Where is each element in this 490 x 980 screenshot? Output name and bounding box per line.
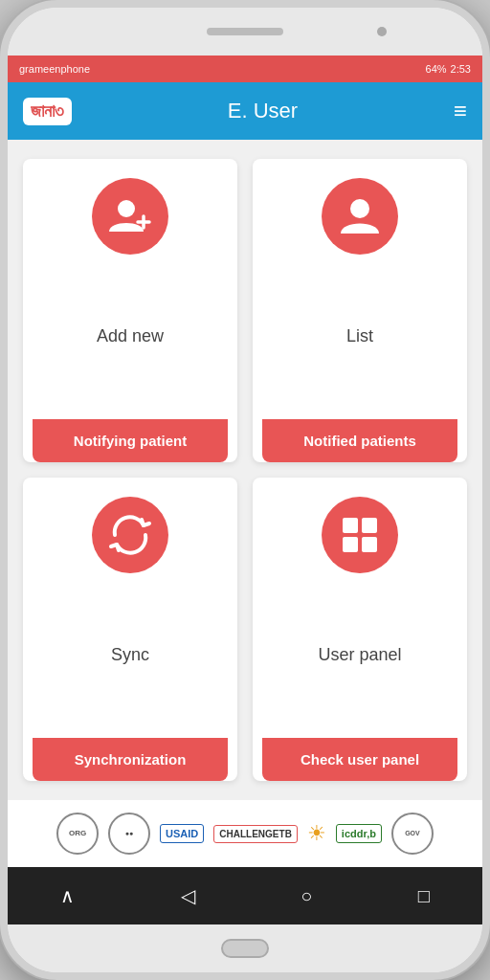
user-icon-circle [322, 178, 398, 255]
card-user-panel-label: User panel [318, 645, 401, 665]
card-list-label: List [346, 326, 373, 346]
phone-frame: grameenphone 64% 2:53 জানা৩ E. User ≡ [0, 0, 490, 980]
logo-gov: GOV [391, 813, 434, 855]
app-header: জানা৩ E. User ≡ [8, 82, 482, 140]
synchronization-button[interactable]: Synchronization [33, 738, 228, 781]
cards-row-2: Sync Synchronization User panel Check us… [23, 478, 467, 781]
svg-point-0 [118, 200, 135, 217]
grid-icon-circle [322, 497, 398, 573]
bottom-nav: ∧ ◁ ○ □ [8, 867, 482, 924]
svg-rect-6 [343, 537, 358, 552]
card-sync[interactable]: Sync Synchronization [23, 478, 237, 781]
logo-org2: ●● [108, 813, 150, 855]
nav-back-icon[interactable]: ◁ [166, 877, 211, 915]
logo-challenge-tb: CHALLENGETB [213, 825, 298, 843]
add-user-icon [107, 193, 153, 239]
card-user-panel[interactable]: User panel Check user panel [253, 478, 467, 781]
sync-icon [107, 512, 153, 558]
check-user-panel-button[interactable]: Check user panel [262, 738, 457, 781]
nav-recent-icon[interactable]: □ [403, 878, 445, 915]
grid-icon [337, 512, 383, 558]
app-title: E. User [228, 99, 298, 123]
status-right: 64% 2:53 [426, 63, 471, 75]
nav-home-icon[interactable]: ○ [285, 878, 327, 915]
nav-down-icon[interactable]: ∧ [45, 877, 90, 915]
sync-icon-circle [92, 497, 168, 573]
notified-patients-button[interactable]: Notified patients [262, 419, 457, 462]
phone-camera-icon [377, 27, 387, 36]
card-list[interactable]: List Notified patients [253, 159, 467, 462]
time-text: 2:53 [451, 63, 471, 75]
notifying-patient-button[interactable]: Notifying patient [33, 419, 228, 462]
status-bar: grameenphone 64% 2:53 [8, 56, 482, 82]
main-content: Add new Notifying patient List Notified … [8, 140, 482, 800]
phone-top [8, 8, 482, 56]
phone-bottom [8, 924, 482, 972]
battery-text: 64% [426, 63, 447, 75]
logo-icddr: icddr,b [336, 824, 382, 843]
card-add-new[interactable]: Add new Notifying patient [23, 159, 237, 462]
svg-rect-5 [362, 518, 377, 533]
card-sync-label: Sync [111, 645, 149, 665]
logo-org1: ORG [56, 813, 99, 855]
cards-row-1: Add new Notifying patient List Notified … [23, 159, 467, 462]
logos-bar: ORG ●● USAID CHALLENGETB ☀ icddr,b GOV [8, 800, 482, 867]
svg-rect-4 [343, 518, 358, 533]
physical-home-button[interactable] [221, 939, 269, 958]
user-icon [337, 193, 383, 239]
logo-usaid: USAID [160, 824, 204, 843]
card-add-new-label: Add new [97, 326, 164, 346]
phone-speaker [207, 28, 283, 35]
add-user-icon-circle [92, 178, 168, 255]
app-logo: জানা৩ [23, 98, 72, 125]
carrier-text: grameenphone [19, 63, 90, 75]
sun-icon: ☀ [307, 821, 326, 846]
svg-point-3 [350, 199, 369, 218]
svg-rect-7 [362, 537, 377, 552]
hamburger-menu-icon[interactable]: ≡ [454, 98, 467, 124]
